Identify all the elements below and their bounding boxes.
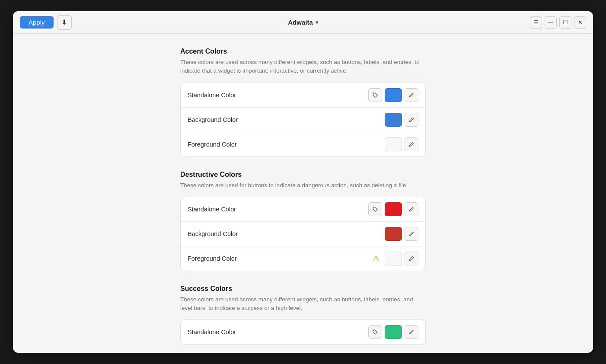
section-destructive: Destructive ColorsThese colors are used … bbox=[180, 171, 426, 271]
tag-indicator-button[interactable] bbox=[368, 325, 382, 339]
color-label-accent-1: Background Color bbox=[188, 116, 380, 123]
svg-point-0 bbox=[373, 93, 374, 94]
color-actions-destructive-0 bbox=[368, 202, 418, 216]
main-content: Accent ColorsThese colors are used acros… bbox=[13, 34, 593, 353]
download-button[interactable]: ⬇ bbox=[57, 15, 72, 30]
color-label-destructive-2: Foreground Color bbox=[188, 255, 365, 262]
warning-icon: ⚠ bbox=[370, 252, 382, 265]
apply-button[interactable]: Apply bbox=[20, 16, 54, 29]
color-swatch[interactable] bbox=[385, 325, 402, 339]
section-success-description: These colors are used across many differ… bbox=[180, 295, 426, 313]
svg-point-1 bbox=[373, 208, 374, 208]
color-row-success-0: Standalone Color bbox=[181, 320, 425, 344]
maximize-icon: ☐ bbox=[563, 19, 568, 26]
edit-color-button[interactable] bbox=[405, 325, 418, 339]
color-label-destructive-0: Standalone Color bbox=[188, 206, 363, 213]
color-label-accent-0: Standalone Color bbox=[188, 92, 363, 99]
color-actions-accent-2 bbox=[385, 137, 418, 151]
content-inner: Accent ColorsThese colors are used acros… bbox=[173, 48, 433, 345]
titlebar-right: ☰ — ☐ ✕ bbox=[530, 16, 586, 29]
titlebar-left: Apply ⬇ bbox=[20, 15, 72, 30]
color-row-accent-2: Foreground Color bbox=[181, 132, 425, 156]
color-label-accent-2: Foreground Color bbox=[188, 141, 380, 148]
color-actions-accent-0 bbox=[368, 88, 418, 102]
edit-color-button[interactable] bbox=[405, 227, 418, 241]
svg-point-2 bbox=[373, 330, 374, 331]
section-success-title: Success Colors bbox=[180, 285, 426, 293]
section-destructive-card: Standalone ColorBackground ColorForegrou… bbox=[180, 197, 426, 271]
color-swatch[interactable] bbox=[385, 113, 402, 127]
minimize-button[interactable]: — bbox=[545, 16, 557, 29]
section-destructive-title: Destructive Colors bbox=[180, 171, 426, 179]
edit-color-button[interactable] bbox=[405, 202, 418, 216]
window-title: Adwaita bbox=[288, 19, 313, 26]
menu-button[interactable]: ☰ bbox=[530, 16, 542, 29]
titlebar: Apply ⬇ Adwaita ▾ ☰ — ☐ ✕ bbox=[13, 11, 593, 34]
color-row-accent-1: Background Color bbox=[181, 108, 425, 132]
section-accent-card: Standalone ColorBackground ColorForegrou… bbox=[180, 83, 426, 157]
color-row-destructive-1: Background Color bbox=[181, 222, 425, 246]
section-accent: Accent ColorsThese colors are used acros… bbox=[180, 48, 426, 157]
maximize-button[interactable]: ☐ bbox=[559, 16, 571, 29]
color-swatch[interactable] bbox=[385, 252, 402, 265]
color-swatch[interactable] bbox=[385, 202, 402, 216]
color-actions-accent-1 bbox=[385, 113, 418, 127]
color-swatch[interactable] bbox=[385, 88, 402, 102]
close-button[interactable]: ✕ bbox=[574, 16, 586, 29]
edit-color-button[interactable] bbox=[405, 113, 418, 127]
color-row-destructive-2: Foreground Color⚠ bbox=[181, 246, 425, 271]
color-actions-destructive-2: ⚠ bbox=[370, 252, 418, 265]
section-success: Success ColorsThese colors are used acro… bbox=[180, 285, 426, 345]
section-success-card: Standalone Color bbox=[180, 319, 426, 345]
menu-icon: ☰ bbox=[533, 19, 539, 26]
color-actions-destructive-1 bbox=[385, 227, 418, 241]
color-actions-success-0 bbox=[368, 325, 418, 339]
section-accent-title: Accent Colors bbox=[180, 48, 426, 55]
color-label-destructive-1: Background Color bbox=[188, 230, 380, 237]
edit-color-button[interactable] bbox=[405, 252, 418, 265]
download-icon: ⬇ bbox=[61, 18, 67, 26]
title-chevron-icon: ▾ bbox=[316, 19, 318, 26]
minimize-icon: — bbox=[548, 19, 554, 26]
app-window: Apply ⬇ Adwaita ▾ ☰ — ☐ ✕ Accent Colo bbox=[13, 11, 593, 353]
section-destructive-description: These colors are used for buttons to ind… bbox=[180, 181, 426, 190]
tag-indicator-button[interactable] bbox=[368, 88, 382, 102]
edit-color-button[interactable] bbox=[405, 137, 418, 151]
tag-indicator-button[interactable] bbox=[368, 202, 382, 216]
section-accent-description: These colors are used across many differ… bbox=[180, 58, 426, 76]
edit-color-button[interactable] bbox=[405, 88, 418, 102]
color-label-success-0: Standalone Color bbox=[188, 329, 363, 335]
titlebar-center: Adwaita ▾ bbox=[288, 19, 318, 26]
close-icon: ✕ bbox=[578, 19, 583, 26]
color-swatch[interactable] bbox=[385, 227, 402, 241]
color-swatch[interactable] bbox=[385, 137, 402, 151]
color-row-accent-0: Standalone Color bbox=[181, 83, 425, 108]
color-row-destructive-0: Standalone Color bbox=[181, 197, 425, 222]
